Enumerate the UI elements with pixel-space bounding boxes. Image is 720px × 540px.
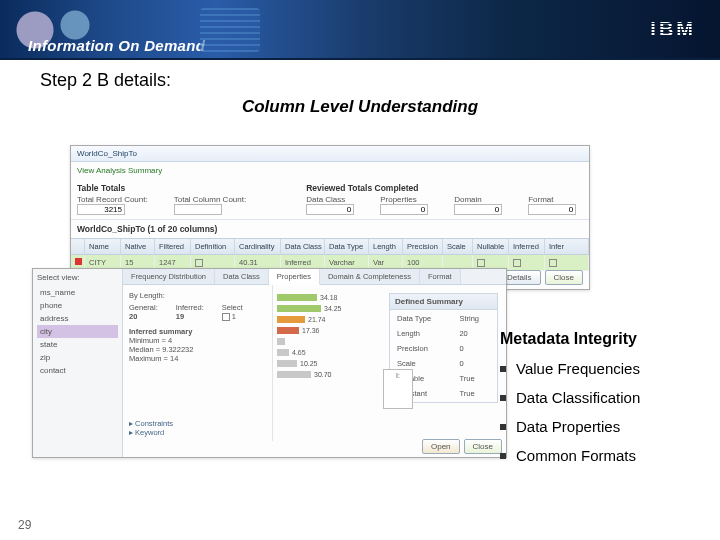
tab-frequency[interactable]: Frequency Distribution (123, 269, 215, 284)
ds-v: 20 (454, 327, 495, 340)
keyword-expander[interactable]: ▸ Keyword (129, 428, 500, 437)
rev-properties-label: Properties (380, 195, 428, 204)
tab-properties[interactable]: Properties (269, 269, 320, 285)
by-length-label: By Length: (129, 291, 266, 300)
grid-col-length[interactable]: Length (369, 239, 403, 254)
floating-box: I: (383, 369, 413, 409)
constraints-expander[interactable]: ▸ Constraints (129, 419, 500, 428)
metadata-integrity-block: Metadata Integrity Value Frequencies Dat… (500, 330, 700, 470)
grid-col-datatype[interactable]: Data Type (325, 239, 369, 254)
ds-v: 0 (454, 342, 495, 355)
page-number: 29 (18, 518, 31, 532)
stat-median: Median = 9.322232 (129, 345, 266, 354)
bar-val: 17.36 (302, 327, 320, 334)
rev-domain-value[interactable] (454, 204, 502, 215)
select-view-label: Select view: (37, 273, 118, 282)
mi-item: Data Classification (500, 383, 700, 412)
col-item-selected[interactable]: city (37, 325, 118, 338)
ds-k: Precision (392, 342, 452, 355)
general-label: General: (129, 303, 158, 312)
window-titlebar: WorldCo_ShipTo (71, 146, 589, 162)
rev-properties-value[interactable] (380, 204, 428, 215)
grid-col-flag (71, 239, 85, 254)
column-list: ms_name phone address city state zip con… (37, 286, 118, 377)
bar-val: 10.25 (300, 360, 318, 367)
select-label: Select (222, 303, 243, 312)
reviewed-heading: Reviewed Totals Completed (306, 183, 576, 193)
column-selector-panel: Select view: ms_name phone address city … (33, 269, 123, 457)
col-item[interactable]: ms_name (37, 286, 118, 299)
grid-col-definition[interactable]: Definition (191, 239, 235, 254)
close-button-2[interactable]: Close (464, 439, 502, 454)
col-item[interactable]: zip (37, 351, 118, 364)
ds-v: String (454, 312, 495, 325)
grid-col-name[interactable]: Name (85, 239, 121, 254)
bar-val: 30.70 (314, 371, 332, 378)
col-item[interactable]: state (37, 338, 118, 351)
slide-title: Column Level Understanding (0, 97, 720, 117)
total-column-value[interactable] (174, 204, 222, 215)
ds-k: Data Type (392, 312, 452, 325)
grid-col-nullable[interactable]: Nullable (473, 239, 509, 254)
view-summary-link[interactable]: View Analysis Summary (77, 166, 162, 175)
close-button[interactable]: Close (545, 270, 583, 285)
rev-domain-label: Domain (454, 195, 502, 204)
tab-dataclass[interactable]: Data Class (215, 269, 269, 284)
mi-item: Common Formats (500, 441, 700, 470)
tab-format[interactable]: Format (420, 269, 461, 284)
bar-val: 34.18 (320, 294, 338, 301)
ds-v: 0 (454, 357, 495, 370)
col-item[interactable]: address (37, 312, 118, 325)
inferred-value: 19 (176, 312, 184, 321)
grid-header-row: Name Native Filtered Definition Cardinal… (71, 238, 589, 255)
slide-banner: Information On Demand IBM (0, 0, 720, 60)
grid-col-inferred[interactable]: Inferred (509, 239, 545, 254)
grid-caption: WorldCo_ShipTo (1 of 20 columns) (71, 219, 589, 238)
distribution-bars: 34.18 34.25 21.74 17.36 4.65 10.25 30.70 (273, 285, 381, 441)
grid-col-native[interactable]: Native (121, 239, 155, 254)
ds-v: True (454, 372, 495, 385)
step-title: Step 2 B details: (40, 70, 720, 91)
stat-max: Maximum = 14 (129, 354, 266, 363)
total-record-label: Total Record Count: (77, 195, 148, 204)
metadata-integrity-title: Metadata Integrity (500, 330, 700, 348)
inferred-label: Inferred: (176, 303, 204, 312)
col-item[interactable]: contact (37, 364, 118, 377)
total-record-value[interactable] (77, 204, 125, 215)
banner-title: Information On Demand (28, 37, 205, 54)
general-value: 20 (129, 312, 137, 321)
properties-left-pane: By Length: General:20 Inferred:19 Select… (123, 285, 273, 441)
defined-summary-title: Defined Summary (390, 294, 497, 310)
rev-dataclass-value[interactable] (306, 204, 354, 215)
grid-col-infer[interactable]: Infer (545, 239, 589, 254)
select-value: 1 (232, 312, 236, 321)
detail-tabs: Frequency Distribution Data Class Proper… (123, 269, 506, 285)
bar-val: 21.74 (308, 316, 326, 323)
mi-item: Value Frequencies (500, 354, 700, 383)
bar-val: 4.65 (292, 349, 306, 356)
grid-col-scale[interactable]: Scale (443, 239, 473, 254)
ds-v: True (454, 387, 495, 400)
inferred-summary-heading: Inferred summary (129, 327, 266, 336)
grid-col-precision[interactable]: Precision (403, 239, 443, 254)
tab-domain[interactable]: Domain & Completeness (320, 269, 420, 284)
mi-item: Data Properties (500, 412, 700, 441)
cell-infer (545, 255, 589, 271)
table-totals-heading: Table Totals (77, 183, 246, 193)
grid-col-dataclass[interactable]: Data Class (281, 239, 325, 254)
rev-dataclass-label: Data Class (306, 195, 354, 204)
rev-format-value[interactable] (528, 204, 576, 215)
rev-format-label: Format (528, 195, 576, 204)
bar-val: 34.25 (324, 305, 342, 312)
total-column-label: Total Column Count: (174, 195, 246, 204)
select-checkbox[interactable] (222, 313, 230, 321)
grid-col-filtered[interactable]: Filtered (155, 239, 191, 254)
ibm-logo: IBM (650, 18, 696, 41)
grid-col-cardinality[interactable]: Cardinality (235, 239, 281, 254)
stat-min: Minimum = 4 (129, 336, 266, 345)
screenshot-properties-panel: Select view: ms_name phone address city … (32, 268, 507, 458)
ds-k: Length (392, 327, 452, 340)
cell-inferred (509, 255, 545, 271)
col-item[interactable]: phone (37, 299, 118, 312)
open-button[interactable]: Open (422, 439, 460, 454)
